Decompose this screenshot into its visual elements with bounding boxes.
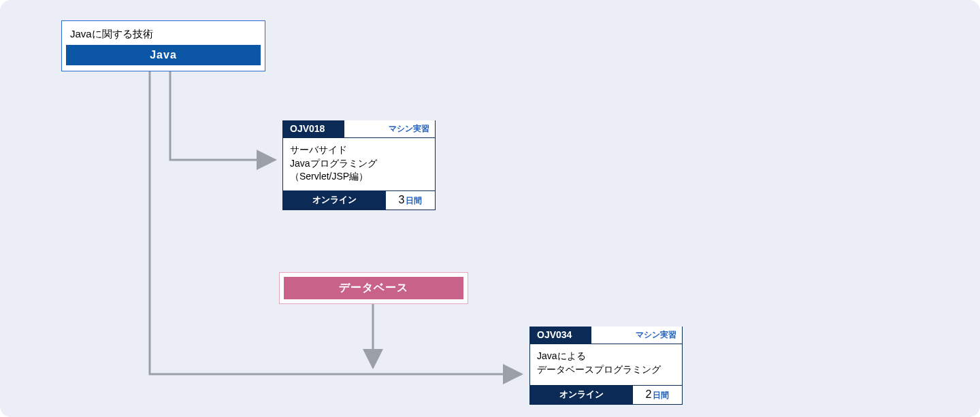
course-title-line: （Servlet/JSP編） (290, 170, 428, 184)
course-code: OJV034 (530, 327, 591, 344)
course-title-line: サーバサイド (290, 144, 428, 157)
duration-number: 3 (399, 194, 405, 205)
course-duration: 3日間 (386, 191, 435, 210)
group-database: データベース (279, 272, 468, 304)
course-mode: オンライン (530, 386, 633, 404)
course-title: サーバサイド Javaプログラミング （Servlet/JSP編） (283, 138, 435, 190)
course-title: Javaによる データベースプログラミング (530, 344, 682, 385)
card-head: OJV018 マシン実習 (283, 120, 435, 138)
chip-database: データベース (284, 277, 463, 299)
course-duration: 2日間 (633, 386, 682, 404)
group-java-title: Javaに関する技術 (66, 25, 261, 45)
chip-java: Java (66, 45, 261, 65)
course-title-line: データベースプログラミング (537, 363, 675, 377)
course-card-ojv034[interactable]: OJV034 マシン実習 Javaによる データベースプログラミング オンライン… (529, 327, 683, 405)
card-foot: オンライン 3日間 (283, 190, 435, 210)
course-title-line: Javaによる (537, 350, 675, 363)
course-mode: オンライン (283, 191, 386, 210)
duration-unit: 日間 (406, 196, 422, 205)
card-head: OJV034 マシン実習 (530, 327, 682, 344)
course-tag: マシン実習 (383, 120, 435, 137)
diagram-canvas: Javaに関する技術 Java データベース OJV018 マシン実習 サーバサ… (0, 0, 980, 417)
card-foot: オンライン 2日間 (530, 385, 682, 404)
course-code: OJV018 (283, 120, 344, 137)
course-tag: マシン実習 (630, 327, 682, 344)
duration-number: 2 (646, 388, 652, 400)
course-card-ojv018[interactable]: OJV018 マシン実習 サーバサイド Javaプログラミング （Servlet… (282, 120, 436, 210)
group-java: Javaに関する技術 Java (61, 20, 265, 71)
duration-unit: 日間 (653, 390, 669, 400)
course-title-line: Javaプログラミング (290, 157, 428, 171)
